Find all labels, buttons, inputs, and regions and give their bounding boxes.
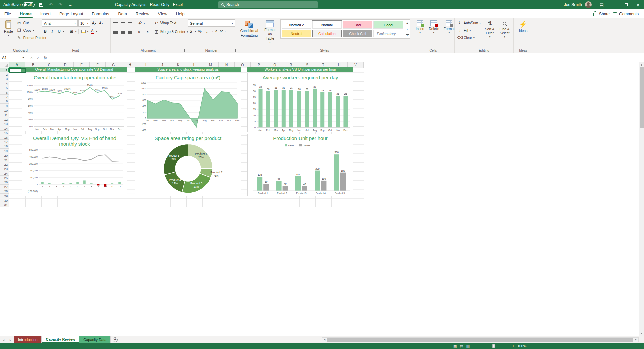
fill-button[interactable]: ↓Fill▾ bbox=[456, 27, 482, 34]
row-header-13[interactable]: 13 bbox=[0, 122, 9, 126]
conditional-formatting-button[interactable]: Conditional Formatting ▾ bbox=[239, 19, 260, 42]
horizontal-scrollbar[interactable]: ◀ ▶ bbox=[322, 337, 639, 342]
chart-operation-rate[interactable]: Overall manufactoring operation rate 0%2… bbox=[22, 73, 127, 131]
select-all-corner[interactable] bbox=[0, 62, 9, 68]
save-button[interactable] bbox=[38, 1, 44, 8]
increase-decimal-button[interactable]: ←.0 bbox=[211, 28, 218, 35]
cell-style-check-cell[interactable]: Check Cell bbox=[343, 30, 372, 37]
zoom-out-button[interactable]: − bbox=[473, 344, 475, 348]
number-format-select[interactable]: General▾ bbox=[188, 19, 235, 27]
page-break-view-button[interactable]: ▥ bbox=[466, 344, 470, 348]
ribbon-tab-formulas[interactable]: Formulas bbox=[87, 9, 113, 18]
row-header-20[interactable]: 20 bbox=[0, 153, 9, 158]
find-select-button[interactable]: Find & Select ▾ bbox=[498, 19, 512, 41]
vertical-scroll-thumb[interactable] bbox=[640, 67, 644, 128]
search-input[interactable] bbox=[226, 2, 304, 7]
font-name-select[interactable]: Arial▾ bbox=[42, 19, 78, 27]
scroll-left-icon[interactable]: ◀ bbox=[322, 338, 327, 342]
row-header-17[interactable]: 17 bbox=[0, 140, 9, 144]
cell-style-normal[interactable]: Normal bbox=[312, 21, 342, 29]
enter-entry-icon[interactable]: ✓ bbox=[37, 55, 40, 60]
underline-button[interactable]: U bbox=[56, 28, 62, 35]
row-header-25[interactable]: 25 bbox=[0, 176, 9, 180]
alignment-dialog-launcher[interactable] bbox=[182, 49, 185, 52]
sheet-nav-next-icon[interactable]: ▸ bbox=[7, 336, 14, 343]
zoom-slider-thumb[interactable] bbox=[493, 344, 495, 348]
row-header-5[interactable]: 5 bbox=[0, 86, 9, 90]
ribbon-tab-home[interactable]: Home bbox=[15, 9, 36, 18]
borders-button[interactable]: ⊞ bbox=[68, 28, 75, 35]
row-header-28[interactable]: 28 bbox=[0, 189, 9, 194]
close-button[interactable]: × bbox=[632, 0, 644, 9]
row-header-19[interactable]: 19 bbox=[0, 149, 9, 153]
row-header-16[interactable]: 16 bbox=[0, 135, 9, 140]
row-header-21[interactable]: 21 bbox=[0, 158, 9, 162]
row-header-14[interactable]: 14 bbox=[0, 126, 9, 131]
scroll-up-icon[interactable]: ▲ bbox=[639, 62, 644, 67]
delete-cells-button[interactable]: Delete ▾ bbox=[427, 19, 441, 35]
row-header-12[interactable]: 12 bbox=[0, 117, 9, 122]
zoom-in-button[interactable]: + bbox=[512, 344, 514, 348]
ribbon-tab-data[interactable]: Data bbox=[113, 9, 131, 18]
undo-icon[interactable]: ↶ bbox=[47, 1, 54, 8]
zoom-level[interactable]: 100% bbox=[517, 344, 526, 348]
ribbon-tab-file[interactable]: File bbox=[0, 9, 15, 18]
formula-input[interactable] bbox=[51, 53, 644, 62]
sheet-nav-prev-icon[interactable]: ◂ bbox=[0, 336, 7, 343]
row-header-24[interactable]: 24 bbox=[0, 171, 9, 176]
row-header-29[interactable]: 29 bbox=[0, 194, 9, 198]
italic-button[interactable]: I bbox=[49, 28, 55, 35]
row-header-30[interactable]: 30 bbox=[0, 198, 9, 203]
chart-demand-vs-stock[interactable]: Overall Demand Qty. VS End of hand month… bbox=[22, 134, 127, 196]
ribbon-display-options-icon[interactable]: ▤ bbox=[596, 0, 608, 9]
row-header-26[interactable]: 26 bbox=[0, 180, 9, 185]
row-header-3[interactable]: 3 bbox=[0, 77, 9, 81]
decrease-decimal-button[interactable]: .00→ bbox=[218, 28, 227, 35]
merge-center-button[interactable]: ◫Merge & Center▾ bbox=[153, 28, 189, 35]
fill-color-button[interactable] bbox=[80, 28, 87, 35]
align-right-button[interactable] bbox=[127, 28, 133, 35]
redo-icon[interactable]: ↷ bbox=[57, 1, 64, 8]
user-name[interactable]: Joe Smith bbox=[564, 2, 582, 7]
decrease-font-size-button[interactable]: A▼ bbox=[98, 20, 104, 27]
row-header-11[interactable]: 11 bbox=[0, 113, 9, 117]
font-dialog-launcher[interactable] bbox=[107, 49, 109, 52]
number-dialog-launcher[interactable] bbox=[233, 49, 236, 52]
accounting-format-button[interactable]: $ bbox=[188, 28, 194, 35]
insert-function-icon[interactable]: fx bbox=[44, 55, 47, 60]
minimize-button[interactable]: — bbox=[608, 0, 620, 9]
vertical-scrollbar[interactable]: ▲ ▼ bbox=[639, 62, 644, 336]
gallery-more-button[interactable]: ▼ bbox=[404, 32, 410, 38]
insert-cells-button[interactable]: Insert ▾ bbox=[414, 19, 426, 35]
cell-style-neutral[interactable]: Neutral bbox=[282, 30, 311, 37]
scroll-down-icon[interactable]: ▼ bbox=[639, 331, 644, 336]
gallery-scroll-down-button[interactable]: ▼ bbox=[404, 26, 410, 33]
decrease-indent-button[interactable]: ⇤ bbox=[137, 28, 143, 35]
chart-factory-gap-space[interactable]: Factory Gap space area (m²) -400-2000200… bbox=[135, 73, 241, 132]
font-size-select[interactable]: 10▾ bbox=[78, 19, 90, 27]
sheet-tab-introduction[interactable]: Introduction bbox=[14, 336, 42, 343]
row-header-15[interactable]: 15 bbox=[0, 131, 9, 135]
bottom-align-button[interactable] bbox=[127, 19, 133, 26]
share-button[interactable]: Share bbox=[593, 12, 610, 16]
name-box[interactable]: A1 ▾ bbox=[0, 53, 26, 62]
autosum-button[interactable]: ΣAutoSum▾ bbox=[456, 19, 482, 26]
row-header-27[interactable]: 27 bbox=[0, 185, 9, 189]
chart-production-uph[interactable]: Production Unit per hour 138971442003606… bbox=[247, 134, 353, 196]
comma-style-button[interactable]: , bbox=[204, 28, 210, 35]
ribbon-tab-help[interactable]: Help bbox=[172, 9, 189, 18]
increase-font-size-button[interactable]: A▲ bbox=[91, 20, 97, 27]
user-avatar[interactable] bbox=[585, 1, 592, 8]
font-color-button[interactable]: A bbox=[89, 28, 95, 35]
align-center-button[interactable] bbox=[120, 28, 126, 35]
row-header-10[interactable]: 10 bbox=[0, 108, 9, 113]
row-header-4[interactable]: 4 bbox=[0, 81, 9, 86]
search-box[interactable] bbox=[218, 1, 318, 8]
sheet-tab-capacity-data[interactable]: Capacity Data bbox=[79, 336, 111, 343]
ribbon-tab-page-layout[interactable]: Page Layout bbox=[55, 9, 87, 18]
row-header-6[interactable]: 6 bbox=[0, 90, 9, 95]
sort-filter-button[interactable]: ⇅ Sort & Filter ▾ bbox=[483, 19, 497, 41]
chart-average-workers[interactable]: Average workers required per day 0510152… bbox=[247, 73, 353, 132]
gallery-scroll-up-button[interactable]: ▲ bbox=[404, 20, 410, 26]
orientation-button[interactable]: ab bbox=[137, 19, 143, 26]
